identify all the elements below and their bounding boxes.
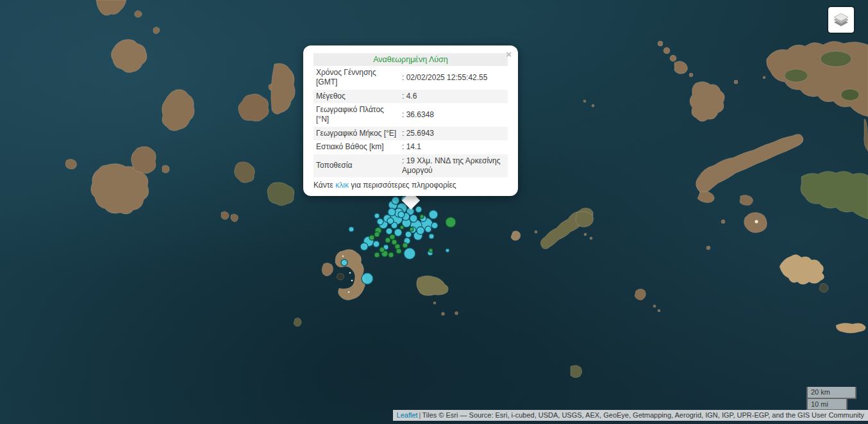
earthquake-marker[interactable]	[387, 218, 394, 224]
earthquake-marker[interactable]	[392, 240, 397, 245]
earthquake-marker[interactable]	[400, 225, 404, 229]
earthquake-marker[interactable]	[360, 243, 368, 250]
earthquake-marker[interactable]	[429, 210, 438, 219]
attribution-text: Tiles © Esri — Source: Esri, i-cubed, US…	[422, 411, 864, 419]
row-label-depth: Εστιακό Βάθος [km]	[313, 140, 399, 154]
row-value-magnitude: : 4.6	[399, 90, 508, 103]
earthquake-info-table: Αναθεωρημένη Λύση Χρόνος Γέννησης [GMT] …	[313, 53, 508, 177]
scale-mi: 10 mi	[806, 399, 847, 411]
earthquake-marker[interactable]	[396, 249, 401, 254]
earthquake-marker[interactable]	[410, 227, 413, 231]
earthquake-marker[interactable]	[392, 197, 399, 204]
row-value-longitude: : 25.6943	[399, 127, 508, 140]
earthquake-marker[interactable]	[349, 227, 354, 232]
earthquake-marker[interactable]	[390, 234, 395, 240]
earthquake-marker[interactable]	[417, 227, 424, 234]
earthquake-marker[interactable]	[420, 215, 424, 218]
earthquake-marker[interactable]	[377, 218, 383, 225]
row-label-magnitude: Μέγεθος	[313, 90, 399, 103]
row-label-location: Τοποθεσία	[313, 154, 399, 178]
earthquake-marker[interactable]	[398, 211, 405, 218]
earthquake-marker[interactable]	[374, 252, 380, 257]
map-canvas[interactable]: × Αναθεωρημένη Λύση Χρόνος Γέννησης [GMT…	[0, 0, 868, 424]
earthquake-marker[interactable]	[403, 243, 408, 248]
layers-stack-icon	[833, 12, 849, 28]
earthquake-marker[interactable]	[410, 215, 417, 222]
earthquake-marker[interactable]	[425, 226, 431, 232]
earthquake-popup: × Αναθεωρημένη Λύση Χρόνος Γέννησης [GMT…	[303, 45, 518, 196]
row-value-latitude: : 36.6348	[399, 103, 508, 127]
earthquake-marker[interactable]	[446, 249, 449, 252]
earthquake-marker[interactable]	[429, 234, 434, 239]
earthquake-marker[interactable]	[431, 222, 438, 229]
scale-km: 20 km	[806, 387, 856, 399]
earthquake-marker[interactable]	[415, 206, 422, 213]
earthquake-marker[interactable]	[394, 229, 402, 236]
earthquake-marker[interactable]	[341, 259, 347, 266]
earthquake-marker[interactable]	[386, 228, 392, 234]
row-value-location: : 19 Χλμ. ΝΝΔ της Αρκεσίνης Αμοργού	[399, 154, 508, 178]
earthquake-marker[interactable]	[404, 248, 415, 259]
more-info-link[interactable]: κλικ	[335, 181, 349, 190]
earthquake-marker[interactable]	[385, 238, 390, 243]
footer-prefix: Κάντε	[313, 181, 335, 190]
popup-content: Αναθεωρημένη Λύση Χρόνος Γέννησης [GMT] …	[303, 45, 518, 196]
popup-close-icon[interactable]: ×	[506, 50, 512, 59]
row-value-depth: : 14.1	[399, 140, 508, 154]
earthquake-marker[interactable]	[374, 213, 380, 218]
leaflet-link[interactable]: Leaflet	[397, 411, 418, 419]
earthquake-marker[interactable]	[369, 235, 374, 240]
row-label-latitude: Γεωγραφικό Πλάτος [°N]	[313, 103, 399, 127]
popup-title: Αναθεωρημένη Λύση	[313, 53, 508, 66]
popup-footer: Κάντε κλικ για περισσότερες πληροφορίες	[313, 181, 508, 190]
row-label-origin-time: Χρόνος Γέννησης [GMT]	[313, 66, 399, 90]
row-label-longitude: Γεωγραφικό Μήκος [°E]	[313, 127, 399, 140]
earthquake-marker[interactable]	[362, 273, 373, 284]
earthquake-marker[interactable]	[446, 217, 456, 227]
earthquake-marker[interactable]	[380, 247, 385, 252]
earthquake-marker[interactable]	[388, 208, 396, 216]
layers-control-button[interactable]	[827, 6, 855, 34]
scale-control: 20 km 10 mi	[806, 387, 856, 411]
earthquake-marker[interactable]	[374, 232, 380, 237]
earthquake-marker[interactable]	[388, 252, 394, 257]
attribution-bar: Leaflet|Tiles © Esri — Source: Esri, i-c…	[393, 410, 868, 421]
earthquake-marker[interactable]	[429, 249, 433, 252]
row-value-origin-time: : 02/02/2025 12:55:42.55	[399, 66, 508, 90]
footer-suffix: για περισσότερες πληροφορίες	[349, 181, 456, 190]
earthquake-marker[interactable]	[373, 241, 380, 247]
